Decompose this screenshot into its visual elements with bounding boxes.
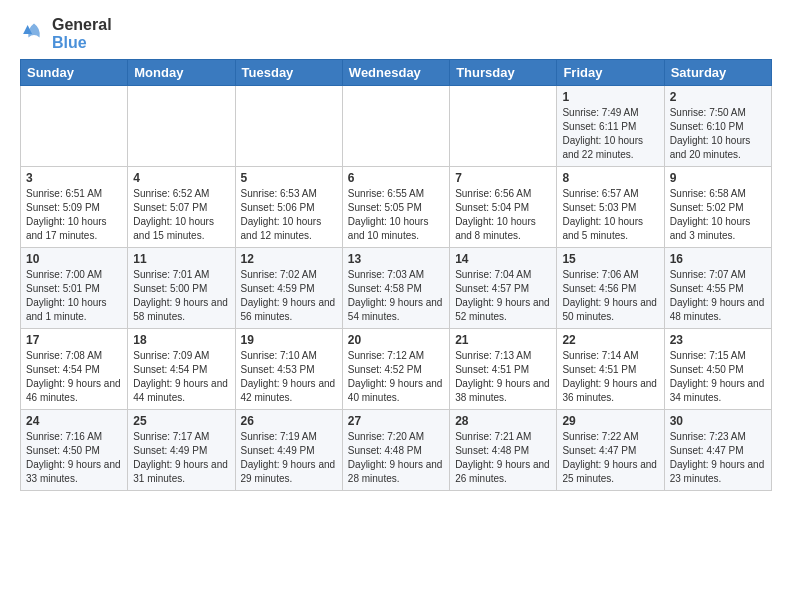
week-row-2: 3Sunrise: 6:51 AM Sunset: 5:09 PM Daylig… — [21, 167, 772, 248]
calendar-cell: 15Sunrise: 7:06 AM Sunset: 4:56 PM Dayli… — [557, 248, 664, 329]
day-number: 21 — [455, 333, 551, 347]
header-sunday: Sunday — [21, 60, 128, 86]
calendar-cell — [450, 86, 557, 167]
header-area: ▲ General Blue — [20, 16, 772, 51]
day-info: Sunrise: 7:19 AM Sunset: 4:49 PM Dayligh… — [241, 430, 337, 486]
day-number: 14 — [455, 252, 551, 266]
calendar-cell: 27Sunrise: 7:20 AM Sunset: 4:48 PM Dayli… — [342, 410, 449, 491]
day-number: 9 — [670, 171, 766, 185]
calendar-cell: 9Sunrise: 6:58 AM Sunset: 5:02 PM Daylig… — [664, 167, 771, 248]
day-number: 29 — [562, 414, 658, 428]
calendar-cell: 23Sunrise: 7:15 AM Sunset: 4:50 PM Dayli… — [664, 329, 771, 410]
calendar-cell: 25Sunrise: 7:17 AM Sunset: 4:49 PM Dayli… — [128, 410, 235, 491]
day-info: Sunrise: 7:00 AM Sunset: 5:01 PM Dayligh… — [26, 268, 122, 324]
day-info: Sunrise: 7:15 AM Sunset: 4:50 PM Dayligh… — [670, 349, 766, 405]
header-thursday: Thursday — [450, 60, 557, 86]
calendar-cell: 17Sunrise: 7:08 AM Sunset: 4:54 PM Dayli… — [21, 329, 128, 410]
logo-icon: ▲ — [20, 20, 48, 48]
calendar-cell: 16Sunrise: 7:07 AM Sunset: 4:55 PM Dayli… — [664, 248, 771, 329]
day-info: Sunrise: 6:51 AM Sunset: 5:09 PM Dayligh… — [26, 187, 122, 243]
page-container: ▲ General Blue SundayMondayTuesdayWednes… — [0, 0, 792, 501]
week-row-5: 24Sunrise: 7:16 AM Sunset: 4:50 PM Dayli… — [21, 410, 772, 491]
day-info: Sunrise: 7:07 AM Sunset: 4:55 PM Dayligh… — [670, 268, 766, 324]
day-info: Sunrise: 7:10 AM Sunset: 4:53 PM Dayligh… — [241, 349, 337, 405]
calendar-cell: 29Sunrise: 7:22 AM Sunset: 4:47 PM Dayli… — [557, 410, 664, 491]
day-number: 20 — [348, 333, 444, 347]
day-info: Sunrise: 6:55 AM Sunset: 5:05 PM Dayligh… — [348, 187, 444, 243]
header-tuesday: Tuesday — [235, 60, 342, 86]
day-number: 4 — [133, 171, 229, 185]
calendar-cell: 18Sunrise: 7:09 AM Sunset: 4:54 PM Dayli… — [128, 329, 235, 410]
calendar-cell: 7Sunrise: 6:56 AM Sunset: 5:04 PM Daylig… — [450, 167, 557, 248]
calendar-cell: 22Sunrise: 7:14 AM Sunset: 4:51 PM Dayli… — [557, 329, 664, 410]
logo-text: General Blue — [52, 16, 112, 51]
calendar-cell: 5Sunrise: 6:53 AM Sunset: 5:06 PM Daylig… — [235, 167, 342, 248]
day-info: Sunrise: 6:53 AM Sunset: 5:06 PM Dayligh… — [241, 187, 337, 243]
day-info: Sunrise: 7:17 AM Sunset: 4:49 PM Dayligh… — [133, 430, 229, 486]
week-row-1: 1Sunrise: 7:49 AM Sunset: 6:11 PM Daylig… — [21, 86, 772, 167]
day-number: 5 — [241, 171, 337, 185]
day-number: 19 — [241, 333, 337, 347]
calendar-cell — [21, 86, 128, 167]
day-number: 1 — [562, 90, 658, 104]
day-info: Sunrise: 7:16 AM Sunset: 4:50 PM Dayligh… — [26, 430, 122, 486]
day-number: 6 — [348, 171, 444, 185]
day-number: 12 — [241, 252, 337, 266]
day-number: 24 — [26, 414, 122, 428]
day-number: 17 — [26, 333, 122, 347]
calendar-cell: 24Sunrise: 7:16 AM Sunset: 4:50 PM Dayli… — [21, 410, 128, 491]
day-number: 11 — [133, 252, 229, 266]
day-info: Sunrise: 7:09 AM Sunset: 4:54 PM Dayligh… — [133, 349, 229, 405]
calendar-cell: 12Sunrise: 7:02 AM Sunset: 4:59 PM Dayli… — [235, 248, 342, 329]
header-saturday: Saturday — [664, 60, 771, 86]
calendar-cell: 10Sunrise: 7:00 AM Sunset: 5:01 PM Dayli… — [21, 248, 128, 329]
calendar-cell: 11Sunrise: 7:01 AM Sunset: 5:00 PM Dayli… — [128, 248, 235, 329]
calendar-cell: 21Sunrise: 7:13 AM Sunset: 4:51 PM Dayli… — [450, 329, 557, 410]
day-number: 15 — [562, 252, 658, 266]
calendar-cell: 30Sunrise: 7:23 AM Sunset: 4:47 PM Dayli… — [664, 410, 771, 491]
calendar-cell — [342, 86, 449, 167]
calendar-table: SundayMondayTuesdayWednesdayThursdayFrid… — [20, 59, 772, 491]
day-number: 3 — [26, 171, 122, 185]
day-info: Sunrise: 7:13 AM Sunset: 4:51 PM Dayligh… — [455, 349, 551, 405]
day-info: Sunrise: 7:06 AM Sunset: 4:56 PM Dayligh… — [562, 268, 658, 324]
day-info: Sunrise: 7:49 AM Sunset: 6:11 PM Dayligh… — [562, 106, 658, 162]
day-number: 27 — [348, 414, 444, 428]
header-wednesday: Wednesday — [342, 60, 449, 86]
day-number: 26 — [241, 414, 337, 428]
header-row: SundayMondayTuesdayWednesdayThursdayFrid… — [21, 60, 772, 86]
calendar-cell: 3Sunrise: 6:51 AM Sunset: 5:09 PM Daylig… — [21, 167, 128, 248]
calendar-cell — [128, 86, 235, 167]
header-monday: Monday — [128, 60, 235, 86]
day-number: 10 — [26, 252, 122, 266]
day-info: Sunrise: 7:22 AM Sunset: 4:47 PM Dayligh… — [562, 430, 658, 486]
calendar-cell: 1Sunrise: 7:49 AM Sunset: 6:11 PM Daylig… — [557, 86, 664, 167]
calendar-body: 1Sunrise: 7:49 AM Sunset: 6:11 PM Daylig… — [21, 86, 772, 491]
logo: ▲ General Blue — [20, 16, 112, 51]
week-row-3: 10Sunrise: 7:00 AM Sunset: 5:01 PM Dayli… — [21, 248, 772, 329]
day-number: 13 — [348, 252, 444, 266]
day-number: 18 — [133, 333, 229, 347]
day-info: Sunrise: 6:52 AM Sunset: 5:07 PM Dayligh… — [133, 187, 229, 243]
calendar-cell: 6Sunrise: 6:55 AM Sunset: 5:05 PM Daylig… — [342, 167, 449, 248]
day-info: Sunrise: 7:14 AM Sunset: 4:51 PM Dayligh… — [562, 349, 658, 405]
day-number: 8 — [562, 171, 658, 185]
day-info: Sunrise: 7:21 AM Sunset: 4:48 PM Dayligh… — [455, 430, 551, 486]
calendar-cell — [235, 86, 342, 167]
calendar-header: SundayMondayTuesdayWednesdayThursdayFrid… — [21, 60, 772, 86]
day-number: 7 — [455, 171, 551, 185]
day-number: 25 — [133, 414, 229, 428]
day-number: 23 — [670, 333, 766, 347]
day-number: 28 — [455, 414, 551, 428]
calendar-cell: 4Sunrise: 6:52 AM Sunset: 5:07 PM Daylig… — [128, 167, 235, 248]
calendar-cell: 14Sunrise: 7:04 AM Sunset: 4:57 PM Dayli… — [450, 248, 557, 329]
day-number: 30 — [670, 414, 766, 428]
day-info: Sunrise: 6:57 AM Sunset: 5:03 PM Dayligh… — [562, 187, 658, 243]
day-info: Sunrise: 6:56 AM Sunset: 5:04 PM Dayligh… — [455, 187, 551, 243]
day-info: Sunrise: 6:58 AM Sunset: 5:02 PM Dayligh… — [670, 187, 766, 243]
day-number: 2 — [670, 90, 766, 104]
day-info: Sunrise: 7:12 AM Sunset: 4:52 PM Dayligh… — [348, 349, 444, 405]
day-info: Sunrise: 7:50 AM Sunset: 6:10 PM Dayligh… — [670, 106, 766, 162]
calendar-cell: 8Sunrise: 6:57 AM Sunset: 5:03 PM Daylig… — [557, 167, 664, 248]
calendar-cell: 13Sunrise: 7:03 AM Sunset: 4:58 PM Dayli… — [342, 248, 449, 329]
